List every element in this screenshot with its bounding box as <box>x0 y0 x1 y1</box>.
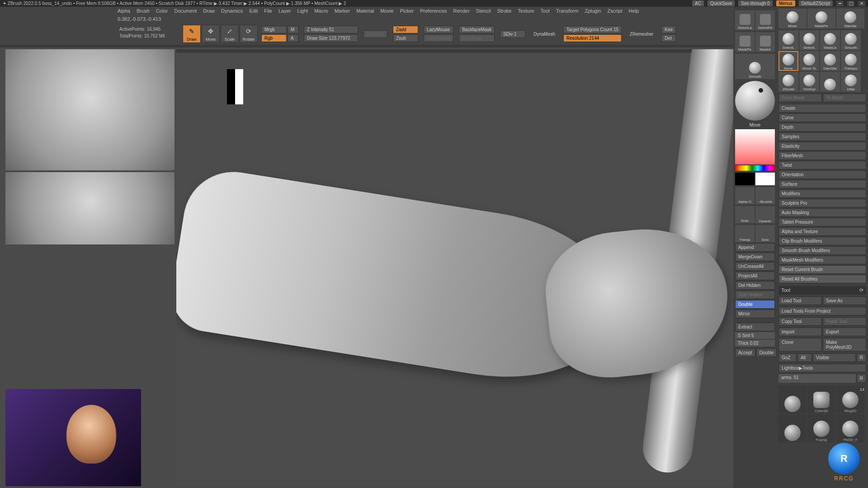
brush-alpha[interactable]: ~BrushA <box>755 187 775 204</box>
kee-field[interactable]: Kee <box>661 26 676 33</box>
section-tablet[interactable]: Tablet Pressure <box>778 218 866 226</box>
section-sculptris[interactable]: Sculptris Pro <box>778 199 866 207</box>
section-curve[interactable]: Curve <box>778 113 866 122</box>
goz-r1-button[interactable]: R <box>857 353 866 362</box>
menu-movie[interactable]: Movie <box>380 8 393 14</box>
reset-all-brushes[interactable]: Reset All Brushes <box>778 275 866 283</box>
window-close-icon[interactable]: ✕ <box>858 1 865 6</box>
brush-damstandard[interactable]: DamSta <box>820 51 840 71</box>
brush-selectlasso2[interactable]: SelectL <box>799 30 819 50</box>
default-zscript-button[interactable]: DefaultZScript <box>799 0 833 6</box>
window-minimize-icon[interactable]: ━ <box>836 1 844 6</box>
quicksave-button[interactable]: QuickSave <box>708 0 735 6</box>
menu-alpha[interactable]: Alpha <box>118 8 130 14</box>
brush-move-topo[interactable]: Move To <box>799 51 819 71</box>
resolution-slider[interactable]: Resolution 2144 <box>563 34 622 42</box>
solo-toggle[interactable]: Solo <box>755 225 775 242</box>
transp-toggle[interactable]: Transp <box>735 225 755 242</box>
mergedown-button[interactable]: MergeDown <box>735 253 775 261</box>
projectall-button[interactable]: ProjectAll <box>735 272 775 280</box>
menu-picker[interactable]: Picker <box>400 8 414 14</box>
section-surface[interactable]: Surface <box>778 180 866 188</box>
brush-move[interactable]: Move <box>778 51 798 71</box>
r2-button[interactable]: R <box>857 374 866 383</box>
tool-pm3d[interactable]: PM3D_F <box>836 414 864 442</box>
section-samples[interactable]: Samples <box>778 132 866 141</box>
menu-stencil[interactable]: Stencil <box>476 8 491 14</box>
lazyradius-field[interactable]: LazyRadius <box>424 34 453 42</box>
section-create[interactable]: Create <box>778 104 866 113</box>
splithidden-button[interactable]: Split Hidden <box>735 291 775 299</box>
backfacemask-toggle[interactable]: BackfaceMask <box>459 26 495 33</box>
tool-panel-header[interactable]: Tool ⟳ <box>778 286 866 295</box>
clone-button[interactable]: Clone <box>778 338 822 352</box>
brush-trimdynamic[interactable]: TrimDyr <box>799 72 819 92</box>
mirror-button[interactable]: Mirror <box>735 310 775 318</box>
menu-brush[interactable]: Brush <box>137 8 150 14</box>
mode-rotate[interactable]: ⟳Rotate <box>240 25 258 43</box>
menu-zscript[interactable]: Zscript <box>608 8 623 14</box>
menu-layer[interactable]: Layer <box>278 8 291 14</box>
copy-tool-button[interactable]: Copy Tool <box>778 317 822 326</box>
export-button[interactable]: Export <box>823 328 866 336</box>
alpha-off[interactable]: Alpha O <box>735 187 755 204</box>
mode-scale[interactable]: ⤢Scale <box>221 25 239 43</box>
brush-maskpen-top[interactable]: MaskPe <box>807 9 835 28</box>
stroke-solo[interactable]: Dynamic <box>755 206 775 223</box>
menu-material[interactable]: Material <box>356 8 374 14</box>
brush-transpose[interactable]: Transpo <box>841 51 861 71</box>
maskpen-brush[interactable]: MaskPe <box>735 32 755 52</box>
delhidden-button[interactable]: Del Hidden <box>735 281 775 290</box>
ac-button[interactable]: AC <box>692 0 704 6</box>
tool-name-field[interactable]: arms. 51 <box>778 374 856 383</box>
zremesher-label[interactable]: ZRemesher <box>627 31 656 38</box>
rgb-toggle[interactable]: Rgb <box>261 34 287 42</box>
section-automasking[interactable]: Auto Masking <box>778 208 866 217</box>
dynamesh-label[interactable]: DynaMesh <box>531 31 558 38</box>
brush-smooth[interactable]: Smooth <box>841 30 861 50</box>
zsub-toggle[interactable]: Zsub <box>393 34 418 42</box>
stroke-dots[interactable]: Dots <box>735 206 755 223</box>
dynamic-toggle[interactable]: Dynamic <box>363 30 387 38</box>
double2-button[interactable]: Double <box>756 348 777 357</box>
ssmt-slider[interactable]: S Smt 5 <box>735 332 775 339</box>
draw-size-slider[interactable]: Draw Size 123.77972 <box>304 34 358 42</box>
section-maskmeshmod[interactable]: MaskMesh Modifiers <box>778 256 866 264</box>
section-clipmod[interactable]: Clip Brush Modifiers <box>778 237 866 245</box>
load-tool-button[interactable]: Load Tool <box>778 296 822 305</box>
section-fibermesh[interactable]: FiberMesh <box>778 151 866 160</box>
brush-zmodeler[interactable]: ZModel <box>778 72 798 92</box>
zadd-toggle[interactable]: Zadd <box>393 26 418 33</box>
make-polymesh-button[interactable]: Make PolyMesh3D <box>823 338 866 352</box>
tool-extra[interactable] <box>778 414 807 442</box>
menu-transform[interactable]: Transform <box>556 8 579 14</box>
goz-all-button[interactable]: All <box>797 353 812 362</box>
smooth-brush[interactable]: Smooth <box>735 54 775 79</box>
brush-selectlasso[interactable]: SelectL <box>778 30 798 50</box>
a-toggle[interactable]: A <box>288 34 298 42</box>
tool-polysphere[interactable]: PolySp <box>807 414 835 442</box>
load-tools-project-button[interactable]: Load Tools From Project <box>778 307 866 315</box>
brush-masklasso[interactable]: MaskLa <box>820 30 840 50</box>
uncreaseall-button[interactable]: UnCreaseAll <box>735 262 775 271</box>
menu-dynamics[interactable]: Dynamics <box>221 8 243 14</box>
menu-stroke[interactable]: Stroke <box>497 8 512 14</box>
section-elasticity[interactable]: Elasticity <box>778 142 866 150</box>
selectlasso-brush[interactable]: SelectLa <box>735 10 755 30</box>
material-preview[interactable] <box>735 81 775 121</box>
target-poly-slider[interactable]: Target Polygons Count 15 <box>563 26 622 33</box>
double-toggle[interactable]: Double <box>735 300 775 309</box>
brush-empty[interactable] <box>820 72 840 92</box>
section-smoothmod[interactable]: Smooth Brush Modifiers <box>778 246 866 255</box>
color-picker[interactable] <box>735 129 775 164</box>
accept-button[interactable]: Accept <box>735 348 755 357</box>
menu-macro[interactable]: Macro <box>314 8 328 14</box>
menu-draw[interactable]: Draw <box>203 8 215 14</box>
brush-inflat[interactable]: Inflat <box>841 72 861 92</box>
goz-button[interactable]: GoZ <box>778 353 797 362</box>
mrgb-toggle[interactable]: Mrgb <box>261 26 287 33</box>
mode-move[interactable]: ✥Move <box>202 25 220 43</box>
brush-standard-top[interactable]: Standar <box>836 9 864 28</box>
hue-strip[interactable] <box>735 165 775 171</box>
save-as-button[interactable]: Save As <box>823 296 866 305</box>
